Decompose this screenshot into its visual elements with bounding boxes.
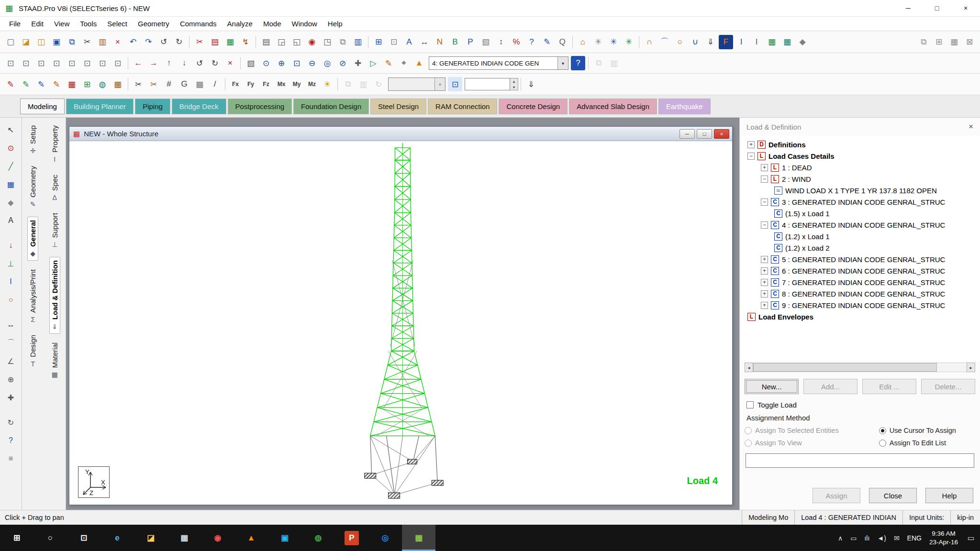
labels-toggle-icon[interactable]: ▲ [412,56,426,70]
menu-help[interactable]: Help [323,18,348,29]
vlc-icon[interactable]: ▲ [234,525,268,551]
search-app-icon[interactable]: ◎ [368,525,402,551]
minimize-button[interactable]: ─ [894,0,923,16]
load-mx-icon[interactable]: Mx [274,77,289,91]
file-explorer-icon[interactable]: ◪ [134,525,167,551]
value-input[interactable] [465,78,510,90]
add-plate-icon[interactable]: ✎ [19,77,33,91]
section-database-icon[interactable]: I [749,35,764,49]
tree-expander[interactable]: + [761,279,768,286]
load-case-selector[interactable]: 4: GENERATED INDIAN CODE GEN▾ [429,56,568,70]
clock[interactable]: 9:36 AM23-Apr-16 [929,529,958,546]
open-file-icon[interactable]: ◪ [19,35,33,49]
structure-view-3-icon[interactable]: ⊡ [34,56,48,70]
wifi-icon[interactable]: ılı [864,534,869,542]
tree-item-load-cases-details[interactable]: −L Load Cases Details [745,150,980,162]
photos-app-icon[interactable]: ▦ [167,525,201,551]
tables-icon[interactable]: ▦ [111,77,125,91]
arrange-windows-icon[interactable]: ▦ [947,35,961,49]
tree-item-2-wind[interactable]: −L 2 : WIND [745,173,980,185]
scale-icon[interactable]: ↕ [494,35,508,49]
add-surface-icon[interactable]: ✎ [34,77,48,91]
options-icon[interactable]: ✳ [622,35,636,49]
snap-grid-icon[interactable]: ▦ [65,77,79,91]
document-title-bar[interactable]: ▦ NEW - Whole Structure ─ □ × [69,127,732,141]
tree-expander[interactable]: − [761,221,768,229]
solids-icon[interactable]: ◆ [795,35,810,49]
info-cursor-icon[interactable]: ? [4,433,18,448]
report-icon[interactable]: ▤ [208,35,222,49]
cut-icon[interactable]: ✂ [80,35,94,49]
chat-icon[interactable]: ✉ [894,534,900,542]
tree-item-wind-load-x-1-type-1-yr-137-8-1182-open[interactable]: ≈ WIND LOAD X 1 TYPE 1 YR 137.8 1182 OPE… [745,185,980,196]
redo-icon[interactable]: ↷ [141,35,156,49]
paste-view-icon[interactable]: ▥ [607,56,621,70]
paste-icon[interactable]: ▥ [95,35,110,49]
tile-windows-icon[interactable]: ⊞ [932,35,946,49]
move-left-icon[interactable]: ← [131,56,145,70]
help-icon[interactable]: ? [524,35,539,49]
print-preview-icon[interactable]: ◲ [274,35,289,49]
cut-member-icon[interactable]: ✂ [131,77,145,91]
structure-view-canvas[interactable]: Y X Z Load 4 [69,141,732,505]
tab-piping[interactable]: Piping [135,99,170,114]
load-fy-icon[interactable]: Fy [244,77,258,91]
zoom-previous-icon[interactable]: ⊘ [335,56,350,70]
tree-item-load-envelopes[interactable]: L Load Envelopes [745,311,980,322]
print-current-view-icon[interactable]: ◳ [320,35,334,49]
beam-labels-icon[interactable]: B [448,35,462,49]
assign-button[interactable]: Assign [813,488,860,503]
add-beam-icon[interactable]: ✎ [3,77,18,91]
add-button[interactable]: Add... [803,379,858,394]
highlight-lamp-icon[interactable]: ☀ [320,77,334,91]
menu-window[interactable]: Window [286,18,322,29]
diagrams-icon[interactable]: ▧ [479,35,493,49]
tree-item-9-generated-indian-code-genral-struc[interactable]: +C 9 : GENERATED INDIAN CODE GENRAL_STRU… [745,299,980,311]
rotate-cursor-icon[interactable]: ↻ [4,415,18,430]
menu-select[interactable]: Select [102,18,133,29]
display-whole-structure-icon[interactable]: ▷ [366,56,380,70]
zoom-extents-icon[interactable]: ⊙ [259,56,273,70]
assignment-list-input[interactable] [746,453,974,468]
sidetab-support[interactable]: Support ⊥ [50,210,60,252]
close-button[interactable]: × [951,0,980,16]
volume-icon[interactable]: ◄) [877,534,886,542]
tree-expander[interactable]: + [761,290,768,298]
mesh-icon[interactable]: ▩ [192,77,207,91]
snap-node-icon[interactable]: ⊞ [80,77,94,91]
close-button[interactable]: Close [869,488,917,503]
radio-assign-to-view[interactable]: Assign To View [745,439,879,447]
section-clip-icon[interactable]: ✂ [192,35,207,49]
split-member-icon[interactable]: / [208,77,222,91]
dimension-cursor-icon[interactable]: ↔ [4,318,18,332]
select-cursor-icon[interactable]: ↖ [4,122,18,137]
tree-item-6-generated-indian-code-genral-struc[interactable]: +C 6 : GENERATED INDIAN CODE GENRAL_STRU… [745,265,980,276]
tree-item-7-generated-indian-code-genral-struc[interactable]: +C 7 : GENERATED INDIAN CODE GENRAL_STRU… [745,276,980,288]
display-options-icon[interactable]: ? [571,56,585,70]
support-edit-cursor-icon[interactable]: ⊥ [4,256,18,271]
cortana-search-icon[interactable]: ○ [33,525,67,551]
scroll-right-arrow[interactable]: ▸ [967,363,975,372]
plates-cursor-icon[interactable]: ▦ [4,177,18,191]
sketch-icon[interactable]: ✎ [381,56,396,70]
insert-table-icon[interactable]: ▦ [223,35,237,49]
curved-plate-icon[interactable]: ⌒ [657,35,672,49]
new-button[interactable]: New... [745,379,799,394]
copy-load-icon[interactable]: ⧉ [341,77,355,91]
menu-commands[interactable]: Commands [175,18,222,29]
export-view-icon[interactable]: ◱ [290,35,304,49]
tree-item-5-generated-indian-code-genral-struc[interactable]: +C 5 : GENERATED INDIAN CODE GENRAL_STRU… [745,253,980,265]
sidetab-load-definition[interactable]: Load & Definition ⇓ [49,257,60,333]
pan-icon[interactable]: ✚ [351,56,365,70]
help-button[interactable]: Help [925,488,973,503]
rotate-ccw-icon[interactable]: ↺ [192,56,207,70]
tab-foundation-design[interactable]: Foundation Design [293,99,369,114]
dynamic-zoom-icon[interactable]: ◎ [320,56,334,70]
doc-minimize-button[interactable]: ─ [679,129,695,139]
list-cursor-icon[interactable]: ≡ [4,452,18,466]
tray-chevron-icon[interactable]: ∧ [838,534,843,542]
copy-icon[interactable]: ⧉ [65,35,79,49]
tree-expander[interactable]: − [747,153,755,160]
move-up-icon[interactable]: ↑ [162,56,176,70]
tab-concrete-design[interactable]: Concrete Design [499,99,568,114]
